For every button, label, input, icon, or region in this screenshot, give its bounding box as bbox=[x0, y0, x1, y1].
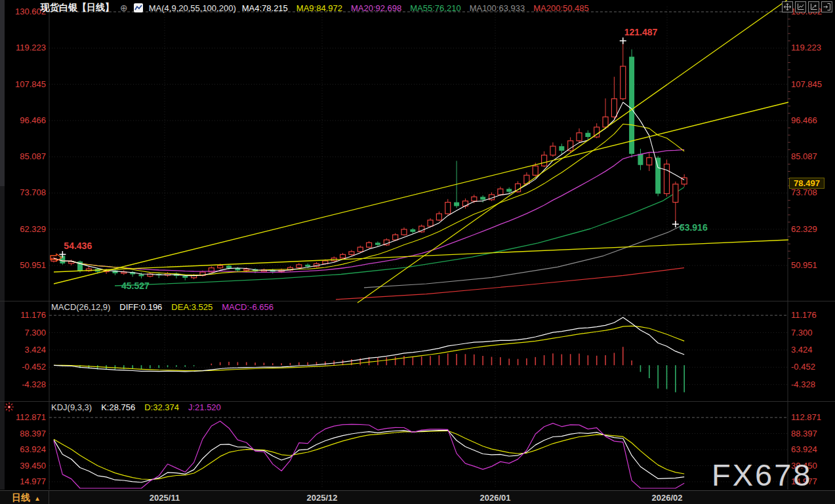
indicator-value: J:21.520 bbox=[188, 402, 221, 412]
indicator-name: MACD(26,12,9) bbox=[51, 302, 110, 312]
ma-legend-item: MA9:84.972 bbox=[296, 3, 342, 13]
scale-axis-left-icon[interactable] bbox=[795, 1, 806, 12]
price-annotation: 121.487 bbox=[624, 27, 658, 37]
mini-chart-icon[interactable] bbox=[134, 3, 143, 12]
indicator-value: DEA:3.525 bbox=[171, 302, 213, 312]
macd-indicator-header[interactable]: MACD(26,12,9)DIFF:0.196DEA:3.525MACD:-6.… bbox=[51, 302, 274, 312]
chart-application: 现货白银【日线】 ⊕ MA(4,9,20,55,100,200) MA4:78.… bbox=[0, 0, 835, 504]
main-chart-header: 现货白银【日线】 ⊕ MA(4,9,20,55,100,200) MA4:78.… bbox=[41, 2, 589, 14]
ma-legend-item: MA55:76.210 bbox=[410, 3, 460, 13]
period-label: 日线 bbox=[12, 492, 30, 503]
date-label: 2025/12 bbox=[296, 493, 348, 503]
price-annotation: 63.916 bbox=[680, 222, 708, 233]
date-label: 2026/01 bbox=[469, 493, 521, 503]
period-dropdown-arrow-icon: ▲ bbox=[34, 495, 41, 502]
period-selector[interactable]: 日线▲ bbox=[0, 491, 49, 504]
price-annotation: 54.436 bbox=[64, 241, 92, 251]
pan-tool-icon[interactable] bbox=[782, 1, 793, 12]
ma-legend-item: MA200:50.485 bbox=[533, 3, 589, 13]
time-axis-bar: 日线▲ 2025/112025/122026/012026/02 bbox=[0, 490, 835, 504]
chart-canvas[interactable] bbox=[0, 0, 835, 504]
ma-legend-item: MA4:78.215 bbox=[242, 3, 288, 13]
ma-legend-item: MA20:92.698 bbox=[351, 3, 401, 13]
indicator-name: KDJ(9,3,3) bbox=[51, 402, 92, 412]
ma-settings-label: MA(4,9,20,55,100,200) bbox=[149, 3, 236, 13]
date-label: 2026/02 bbox=[641, 493, 693, 503]
indicator-value: MACD:-6.656 bbox=[222, 302, 274, 312]
draw-object-arrow-icon[interactable] bbox=[50, 253, 63, 262]
symbol-title: 现货白银【日线】 bbox=[41, 2, 114, 14]
scale-axis-right-icon[interactable] bbox=[808, 1, 819, 12]
price-annotation: 45.527 bbox=[121, 281, 150, 291]
ma-legend-item: MA100:63.933 bbox=[470, 3, 525, 13]
ma-legend: MA4:78.215MA9:84.972MA20:92.698MA55:76.2… bbox=[242, 3, 589, 13]
indicator-settings-icon[interactable]: ⊕ bbox=[120, 3, 128, 13]
exit-fullscreen-icon[interactable] bbox=[821, 1, 832, 12]
indicator-value: DIFF:0.196 bbox=[119, 302, 162, 312]
date-label: 2025/11 bbox=[138, 493, 191, 503]
kdj-indicator-header[interactable]: KDJ(9,3,3)K:28.756D:32.374J:21.520 bbox=[51, 402, 221, 412]
chart-toolbar bbox=[782, 1, 832, 12]
last-price-tag: 78.497 bbox=[789, 178, 825, 189]
indicator-value: D:32.374 bbox=[144, 402, 179, 412]
indicator-value: K:28.756 bbox=[101, 402, 135, 412]
alert-starburst-icon[interactable] bbox=[4, 402, 14, 412]
watermark: FX678 bbox=[712, 457, 812, 493]
